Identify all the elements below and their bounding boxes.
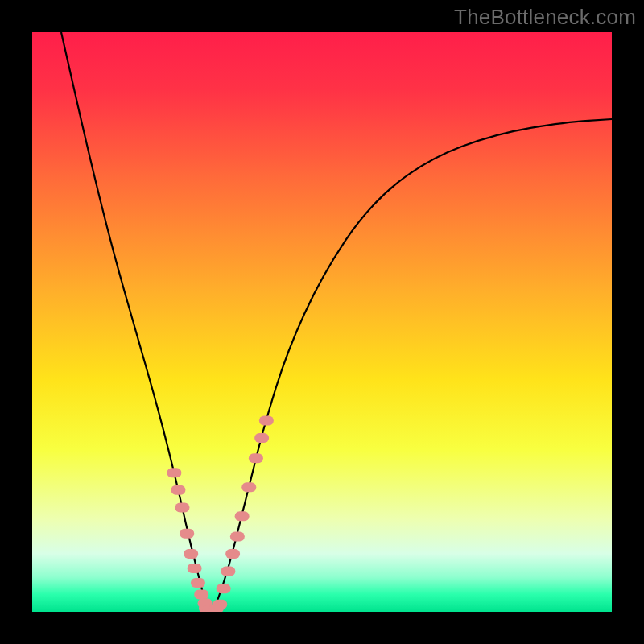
- data-marker: [242, 482, 256, 492]
- data-marker: [184, 549, 198, 559]
- data-marker: [254, 433, 269, 443]
- data-marker: [175, 502, 189, 512]
- data-marker: [180, 529, 194, 539]
- plot-area: [32, 32, 612, 612]
- data-marker: [225, 549, 240, 559]
- data-marker: [191, 578, 205, 588]
- chart-frame: TheBottleneck.com: [0, 0, 644, 644]
- data-marker: [221, 567, 235, 576]
- watermark-text: TheBottleneck.com: [454, 5, 636, 30]
- data-marker: [217, 584, 231, 593]
- data-marker: [167, 468, 181, 477]
- data-marker: [213, 600, 227, 609]
- data-marker: [194, 589, 208, 599]
- chart-svg: [32, 32, 612, 612]
- data-marker: [188, 564, 202, 573]
- data-marker: [235, 511, 250, 521]
- bottleneck-curve: [61, 32, 612, 611]
- data-marker: [171, 485, 185, 495]
- data-marker: [230, 531, 245, 541]
- data-marker: [249, 453, 263, 463]
- data-marker: [259, 415, 274, 425]
